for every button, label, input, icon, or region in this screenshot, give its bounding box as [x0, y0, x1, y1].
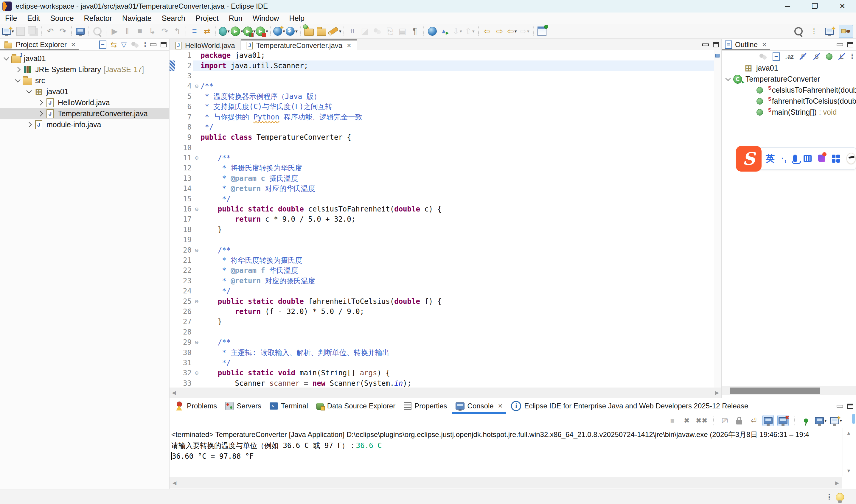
- tree-item-helloworld-java[interactable]: JHelloWorld.java: [0, 97, 169, 108]
- terminate[interactable]: ■: [133, 25, 146, 38]
- word-wrap[interactable]: ⏎: [748, 415, 759, 426]
- keyboard-icon[interactable]: [804, 155, 812, 162]
- close-button[interactable]: ✕: [828, 0, 856, 13]
- expander-icon[interactable]: [26, 88, 32, 93]
- web-browser-icon[interactable]: [426, 25, 439, 38]
- show-whitespace[interactable]: ¶: [409, 25, 421, 38]
- dropdown-arrow-icon[interactable]: ▾: [253, 29, 256, 34]
- fold-collapse-icon[interactable]: ⊖: [193, 298, 200, 305]
- java-perspective-icon[interactable]: [839, 25, 853, 38]
- tab-eclipse-ide-for-enterprise-jav[interactable]: iEclipse IDE for Enterprise Java and Web…: [507, 398, 752, 414]
- pin-console-icon[interactable]: [801, 415, 811, 426]
- tree-item-main-string-[interactable]: Smain(String[]) : void: [722, 107, 856, 118]
- show-on-stderr-icon[interactable]: ✖: [777, 415, 789, 426]
- step-over[interactable]: ↷: [159, 25, 171, 38]
- tab-project-explorer[interactable]: Project Explorer ✕: [0, 39, 79, 50]
- menu-window[interactable]: Window: [248, 13, 284, 24]
- prev-annotation[interactable]: ⇧▾: [464, 25, 476, 38]
- tab-properties[interactable]: Properties: [400, 398, 450, 414]
- dropdown-arrow-icon[interactable]: ▾: [527, 29, 530, 34]
- menu-refactor[interactable]: Refactor: [79, 13, 117, 24]
- fold-collapse-icon[interactable]: ⊖: [193, 370, 200, 377]
- outline-hscrollbar[interactable]: [722, 386, 856, 395]
- fold-collapse-icon[interactable]: ⊖: [193, 247, 200, 254]
- open-folder-icon[interactable]: [315, 25, 328, 38]
- dropdown-arrow-icon[interactable]: ▾: [472, 29, 475, 34]
- convert-doc[interactable]: ⎘: [384, 25, 396, 38]
- fold-collapse-icon[interactable]: ⊖: [193, 339, 200, 346]
- bubbles-icon[interactable]: [759, 53, 768, 60]
- minimize-button[interactable]: ─: [774, 0, 801, 13]
- english-mode-button[interactable]: 英: [766, 152, 775, 165]
- menu-file[interactable]: File: [0, 13, 22, 24]
- tab-data-source-explorer[interactable]: Data Source Explorer: [313, 398, 399, 414]
- expander-icon[interactable]: [15, 77, 20, 82]
- back-history[interactable]: ⇦▾: [506, 25, 518, 38]
- punctuation-icon[interactable]: ·,: [781, 154, 787, 164]
- console-view[interactable]: <terminated> TemperatureConverter [Java …: [170, 428, 842, 476]
- pin-editor-icon[interactable]: [536, 25, 548, 38]
- sort-icon[interactable]: ↓az: [784, 53, 794, 60]
- new-web-wizard-icon[interactable]: ✦▾: [273, 25, 285, 38]
- emoji-icon[interactable]: [846, 153, 856, 164]
- console-hscrollbar[interactable]: ◀ ▶: [170, 477, 842, 488]
- microphone-icon[interactable]: [793, 155, 797, 162]
- scrollbar-thumb[interactable]: [730, 388, 820, 394]
- collapse-all-icon[interactable]: −: [772, 52, 780, 61]
- clear-console[interactable]: ⎚: [719, 415, 730, 426]
- expander-icon[interactable]: [38, 111, 43, 116]
- scroll-up-icon[interactable]: ▲: [846, 430, 851, 436]
- tree-item-celsiustofahrenheit-double-[interactable]: ScelsiusToFahrenheit(double): [722, 85, 856, 96]
- remove-launch[interactable]: ✖: [681, 415, 692, 426]
- expander-icon[interactable]: [26, 122, 32, 127]
- next-annotation[interactable]: ⇩▾: [451, 25, 464, 38]
- minimize-icon[interactable]: [150, 43, 156, 46]
- editor-tab-helloworld-java[interactable]: JHelloWorld.java: [170, 39, 241, 50]
- tab-outline[interactable]: ≡ Outline ✕: [722, 39, 770, 50]
- tip-lightbulb-icon[interactable]: [836, 493, 844, 501]
- editor-tab-temperatureconverter-java[interactable]: JTemperatureConverter.java✕: [241, 39, 357, 50]
- outline-doc[interactable]: ▤: [396, 25, 409, 38]
- highlighter-icon[interactable]: ▾: [328, 25, 341, 38]
- coverage-icon[interactable]: ▶▾: [243, 25, 256, 38]
- view-menu[interactable]: ⁞: [808, 25, 820, 38]
- java-ee-tools-icon[interactable]: $▾: [285, 25, 298, 38]
- suspend[interactable]: ‖: [121, 25, 133, 38]
- show-public-icon[interactable]: [826, 53, 833, 60]
- remove-all-terminated[interactable]: ✖✖: [696, 415, 708, 426]
- tab-terminal[interactable]: >_Terminal: [266, 398, 311, 414]
- save-icon[interactable]: [14, 25, 27, 38]
- eraser[interactable]: ◪: [359, 25, 371, 38]
- resume[interactable]: ▶: [108, 25, 121, 38]
- run-external-icon[interactable]: ▲▶: [439, 25, 451, 38]
- debug-icon[interactable]: ▾: [218, 25, 231, 38]
- search-icon[interactable]: [792, 25, 805, 38]
- tree-item-java01[interactable]: ⊞java01: [0, 86, 169, 97]
- bubbles-icon[interactable]: [131, 41, 140, 48]
- expander-icon[interactable]: [15, 67, 20, 72]
- restore-button[interactable]: ❐: [801, 0, 828, 13]
- scroll-on-stdout-icon[interactable]: [763, 415, 774, 426]
- scroll-left-icon[interactable]: ◀: [173, 480, 176, 486]
- close-icon[interactable]: ✕: [346, 42, 352, 49]
- dropdown-arrow-icon[interactable]: ▾: [460, 29, 462, 34]
- close-icon[interactable]: ✕: [762, 41, 767, 48]
- minimize-icon[interactable]: [702, 43, 709, 46]
- fold-collapse-icon[interactable]: ⊖: [193, 154, 200, 161]
- code-editor[interactable]: 1package java01;2import java.util.Scanne…: [170, 50, 714, 388]
- tree-item-temperatureconverter-java[interactable]: JTemperatureConverter.java: [0, 108, 169, 119]
- tab-problems[interactable]: Problems: [173, 398, 220, 414]
- fold-collapse-icon[interactable]: ⊖: [193, 83, 200, 90]
- scroll-lock-icon[interactable]: [734, 415, 745, 426]
- scroll-left-icon[interactable]: ◀: [172, 390, 176, 396]
- run-icon[interactable]: ▶▾: [231, 25, 243, 38]
- view-menu-icon[interactable]: ⁞: [851, 52, 853, 61]
- hide-local-types-icon[interactable]: L: [837, 52, 846, 61]
- dropdown-arrow-icon[interactable]: ▾: [295, 29, 298, 34]
- maximize-icon[interactable]: [848, 42, 853, 47]
- tree-item-temperatureconverter[interactable]: C▸TemperatureConverter: [722, 74, 856, 85]
- profile-icon[interactable]: ▶▾: [256, 25, 268, 38]
- tree-item-fahrenheittocelsius-double-[interactable]: SfahrenheitToCelsius(double): [722, 96, 856, 107]
- redo[interactable]: ↷: [57, 25, 69, 38]
- import-project-icon[interactable]: [303, 25, 315, 38]
